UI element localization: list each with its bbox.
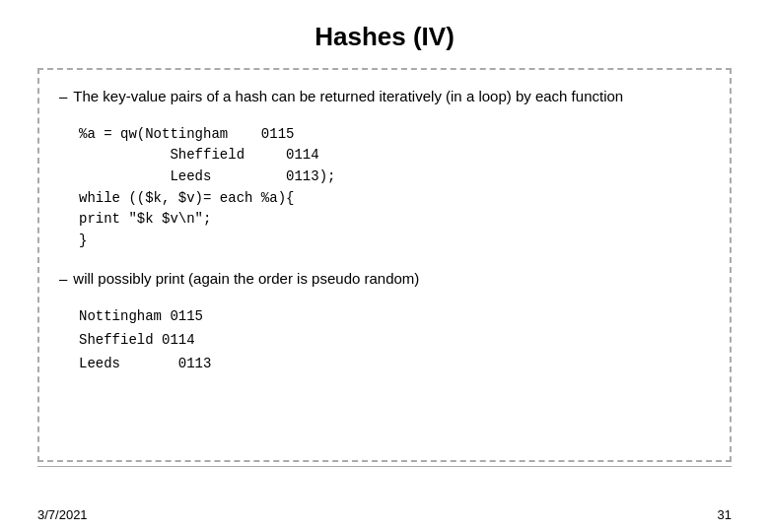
bullet-1: – The key-value pairs of a hash can be r…: [59, 86, 710, 108]
output-block: Nottingham 0115 Sheffield 0114 Leeds 011…: [79, 305, 710, 375]
bullet-2-dash: –: [59, 268, 67, 291]
footer: 3/7/2021 31: [0, 507, 769, 522]
code-block: %a = qw(Nottingham 0115 Sheffield 0114 L…: [79, 124, 710, 252]
bullet-2-text: will possibly print (again the order is …: [73, 268, 419, 291]
page-title: Hashes (IV): [0, 0, 769, 68]
bullet-1-dash: –: [59, 86, 67, 108]
footer-page-number: 31: [718, 507, 732, 522]
bullet-1-text: The key-value pairs of a hash can be ret…: [73, 86, 623, 108]
bullet-2: – will possibly print (again the order i…: [59, 268, 710, 291]
footer-date: 3/7/2021: [37, 507, 88, 522]
content-box: – The key-value pairs of a hash can be r…: [37, 68, 732, 462]
footer-separator: [37, 466, 732, 467]
